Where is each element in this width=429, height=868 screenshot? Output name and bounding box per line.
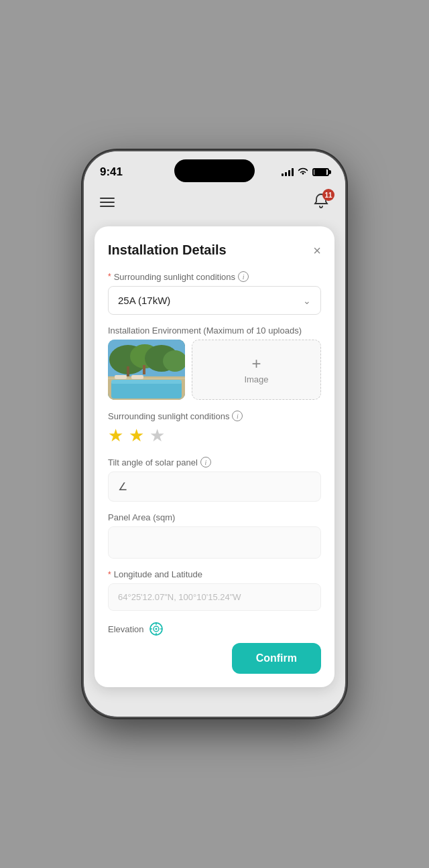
svg-rect-9 bbox=[111, 380, 182, 384]
confirm-button[interactable]: Confirm bbox=[232, 643, 321, 674]
nav-bar: 11 bbox=[84, 185, 345, 220]
env-label: Installation Environment (Maximum of 10 … bbox=[108, 326, 321, 336]
modal-title: Installation Details bbox=[108, 242, 227, 258]
required-indicator-coord: * bbox=[108, 570, 111, 579]
select-value: 25A (17kW) bbox=[118, 295, 170, 306]
svg-rect-11 bbox=[115, 375, 127, 379]
elevation-label: Elevation bbox=[108, 624, 143, 634]
status-time: 9:41 bbox=[100, 165, 123, 179]
sunlight-rating-section: Surrounding sunlight conditions i ★ ★ ★ bbox=[108, 411, 321, 446]
coord-input[interactable]: 64°25'12.07"N, 100°10'15.24"W bbox=[108, 583, 321, 611]
target-icon[interactable] bbox=[149, 622, 164, 636]
menu-button[interactable] bbox=[100, 198, 115, 207]
hamburger-line bbox=[100, 206, 115, 207]
signal-icon bbox=[282, 168, 294, 176]
star-1[interactable]: ★ bbox=[108, 425, 123, 446]
elevation-section: Elevation bbox=[108, 622, 321, 636]
dynamic-island bbox=[174, 159, 255, 182]
coord-label: * Longitude and Latitude bbox=[108, 569, 321, 579]
hamburger-line bbox=[100, 198, 115, 199]
modal-header: Installation Details × bbox=[108, 242, 321, 258]
angle-icon: ∠ bbox=[118, 480, 127, 493]
sunlight-label: * Surrounding sunlight conditions i bbox=[108, 271, 321, 282]
wifi-icon bbox=[298, 167, 308, 177]
close-button[interactable]: × bbox=[313, 244, 321, 257]
plus-icon: + bbox=[251, 356, 261, 372]
tilt-angle-section: Tilt angle of solar panel i ∠ bbox=[108, 457, 321, 502]
panel-area-section: Panel Area (sqm) bbox=[108, 512, 321, 559]
add-image-button[interactable]: + Image bbox=[192, 340, 321, 400]
panel-area-label: Panel Area (sqm) bbox=[108, 512, 321, 522]
chevron-down-icon: ⌄ bbox=[303, 295, 311, 306]
svg-rect-5 bbox=[127, 366, 129, 376]
coord-placeholder: 64°25'12.07"N, 100°10'15.24"W bbox=[118, 592, 241, 602]
sunlight-select-section: * Surrounding sunlight conditions i 25A … bbox=[108, 271, 321, 315]
hamburger-line bbox=[100, 202, 115, 203]
sunlight-rating-label: Surrounding sunlight conditions i bbox=[108, 411, 321, 421]
pool-image-svg bbox=[108, 340, 185, 400]
notification-bell[interactable]: 11 bbox=[313, 193, 329, 212]
uploaded-image[interactable] bbox=[108, 340, 185, 400]
star-rating[interactable]: ★ ★ ★ bbox=[108, 425, 321, 446]
add-image-label: Image bbox=[244, 374, 268, 384]
modal-overlay: Installation Details × * Surrounding sun… bbox=[84, 220, 345, 717]
sunlight-rating-info-icon[interactable]: i bbox=[232, 411, 243, 421]
coord-section: * Longitude and Latitude 64°25'12.07"N, … bbox=[108, 569, 321, 611]
battery-icon bbox=[312, 168, 329, 176]
svg-rect-6 bbox=[143, 365, 145, 374]
required-indicator: * bbox=[108, 272, 111, 281]
env-upload-section: Installation Environment (Maximum of 10 … bbox=[108, 326, 321, 400]
status-icons bbox=[282, 167, 329, 177]
notification-count: 11 bbox=[322, 189, 334, 201]
sunlight-select[interactable]: 25A (17kW) ⌄ bbox=[108, 286, 321, 315]
image-upload-row: + Image bbox=[108, 340, 321, 400]
panel-area-input[interactable] bbox=[108, 526, 321, 559]
star-3[interactable]: ★ bbox=[149, 425, 165, 446]
tilt-input[interactable]: ∠ bbox=[108, 472, 321, 502]
installation-modal: Installation Details × * Surrounding sun… bbox=[95, 226, 334, 687]
svg-point-15 bbox=[156, 628, 158, 630]
elevation-confirm-row: Elevation Confirm bbox=[108, 622, 321, 674]
star-2[interactable]: ★ bbox=[129, 425, 144, 446]
svg-rect-12 bbox=[131, 375, 143, 379]
tilt-info-icon[interactable]: i bbox=[200, 457, 211, 467]
sunlight-info-icon[interactable]: i bbox=[238, 271, 249, 282]
tilt-label: Tilt angle of solar panel i bbox=[108, 457, 321, 467]
